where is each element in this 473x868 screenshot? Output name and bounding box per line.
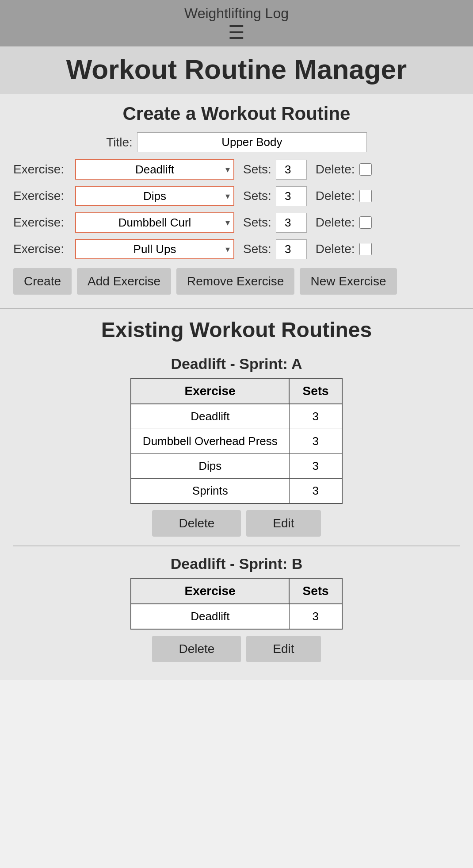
table-row: Deadlift 3 bbox=[131, 604, 342, 629]
routine-divider-1 bbox=[13, 545, 460, 546]
sets-cell: 3 bbox=[289, 429, 342, 454]
exercise-row-2: Exercise: Deadlift Dips Dumbbell Curl Pu… bbox=[13, 186, 460, 206]
edit-routine-button-2[interactable]: Edit bbox=[246, 636, 320, 662]
hamburger-icon[interactable]: ☰ bbox=[0, 23, 473, 42]
delete-label-3: Delete: bbox=[316, 215, 355, 230]
sets-cell: 3 bbox=[289, 454, 342, 479]
page-heading: Workout Routine Manager bbox=[0, 46, 473, 94]
routine-name-2: Deadlift - Sprint: B bbox=[13, 555, 460, 572]
existing-section-title: Existing Workout Routines bbox=[13, 318, 460, 342]
routine-name-1: Deadlift - Sprint: A bbox=[13, 355, 460, 373]
routine-card-2: Deadlift - Sprint: B Exercise Sets Deadl… bbox=[13, 555, 460, 662]
buttons-row: Create Add Exercise Remove Exercise New … bbox=[13, 268, 460, 295]
exercise-cell: Deadlift bbox=[131, 404, 289, 429]
edit-routine-button-1[interactable]: Edit bbox=[246, 510, 320, 537]
routine-card-1: Deadlift - Sprint: A Exercise Sets Deadl… bbox=[13, 355, 460, 537]
page-title: Workout Routine Manager bbox=[9, 54, 464, 84]
sets-input-2[interactable] bbox=[276, 186, 307, 206]
exercise-select-wrapper-2: Deadlift Dips Dumbbell Curl Pull Ups Dum… bbox=[75, 186, 234, 206]
exercise-select-2[interactable]: Deadlift Dips Dumbbell Curl Pull Ups Dum… bbox=[75, 186, 234, 206]
add-exercise-button[interactable]: Add Exercise bbox=[77, 268, 171, 295]
exercise-cell: Deadlift bbox=[131, 604, 289, 629]
title-label: Title: bbox=[106, 135, 133, 150]
sets-cell: 3 bbox=[289, 404, 342, 429]
sets-label-1: Sets: bbox=[243, 162, 271, 177]
sets-label-4: Sets: bbox=[243, 242, 271, 256]
delete-checkbox-2[interactable] bbox=[359, 190, 372, 202]
exercise-select-wrapper-1: Deadlift Dips Dumbbell Curl Pull Ups Dum… bbox=[75, 159, 234, 180]
sets-input-3[interactable] bbox=[276, 213, 307, 233]
remove-exercise-button[interactable]: Remove Exercise bbox=[176, 268, 294, 295]
existing-section: Existing Workout Routines Deadlift - Spr… bbox=[0, 309, 473, 680]
table-row: Sprints 3 bbox=[131, 479, 342, 504]
routine-actions-2: Delete Edit bbox=[13, 636, 460, 662]
create-button[interactable]: Create bbox=[13, 268, 72, 295]
exercise-label-1: Exercise: bbox=[13, 162, 71, 177]
exercise-select-3[interactable]: Deadlift Dips Dumbbell Curl Pull Ups Dum… bbox=[75, 212, 234, 233]
delete-label-1: Delete: bbox=[316, 162, 355, 177]
new-exercise-button[interactable]: New Exercise bbox=[300, 268, 397, 295]
delete-checkbox-1[interactable] bbox=[359, 163, 372, 176]
delete-checkbox-4[interactable] bbox=[359, 243, 372, 255]
table-row: Deadlift 3 bbox=[131, 404, 342, 429]
exercise-select-wrapper-3: Deadlift Dips Dumbbell Curl Pull Ups Dum… bbox=[75, 212, 234, 233]
sets-cell: 3 bbox=[289, 479, 342, 504]
exercise-label-2: Exercise: bbox=[13, 189, 71, 203]
exercise-select-wrapper-4: Deadlift Dips Dumbbell Curl Pull Ups Dum… bbox=[75, 239, 234, 259]
exercise-select-4[interactable]: Deadlift Dips Dumbbell Curl Pull Ups Dum… bbox=[75, 239, 234, 259]
delete-routine-button-2[interactable]: Delete bbox=[152, 636, 241, 662]
table-header-exercise-1: Exercise bbox=[131, 378, 289, 404]
sets-label-2: Sets: bbox=[243, 189, 271, 203]
exercise-label-3: Exercise: bbox=[13, 215, 71, 230]
exercise-cell: Sprints bbox=[131, 479, 289, 504]
table-row: Dips 3 bbox=[131, 454, 342, 479]
exercise-cell: Dips bbox=[131, 454, 289, 479]
table-row: Dumbbell Overhead Press 3 bbox=[131, 429, 342, 454]
create-section-title: Create a Workout Routine bbox=[13, 103, 460, 124]
exercise-label-4: Exercise: bbox=[13, 242, 71, 256]
sets-input-1[interactable] bbox=[276, 160, 307, 180]
exercise-cell: Dumbbell Overhead Press bbox=[131, 429, 289, 454]
table-header-sets-1: Sets bbox=[289, 378, 342, 404]
sets-label-3: Sets: bbox=[243, 215, 271, 230]
routine-table-1: Exercise Sets Deadlift 3 Dumbbell Overhe… bbox=[130, 378, 343, 504]
exercise-row-1: Exercise: Deadlift Dips Dumbbell Curl Pu… bbox=[13, 159, 460, 180]
app-header: Weightlifting Log ☰ bbox=[0, 0, 473, 46]
app-title: Weightlifting Log bbox=[0, 5, 473, 22]
sets-input-4[interactable] bbox=[276, 239, 307, 259]
title-row: Title: bbox=[13, 132, 460, 152]
delete-routine-button-1[interactable]: Delete bbox=[152, 510, 241, 537]
delete-label-2: Delete: bbox=[316, 189, 355, 203]
table-header-exercise-2: Exercise bbox=[131, 578, 289, 604]
exercise-row-4: Exercise: Deadlift Dips Dumbbell Curl Pu… bbox=[13, 239, 460, 259]
delete-label-4: Delete: bbox=[316, 242, 355, 256]
routine-table-2: Exercise Sets Deadlift 3 bbox=[130, 578, 343, 630]
delete-checkbox-3[interactable] bbox=[359, 216, 372, 229]
exercise-select-1[interactable]: Deadlift Dips Dumbbell Curl Pull Ups Dum… bbox=[75, 159, 234, 180]
routine-title-input[interactable] bbox=[137, 132, 367, 152]
exercise-row-3: Exercise: Deadlift Dips Dumbbell Curl Pu… bbox=[13, 212, 460, 233]
sets-cell: 3 bbox=[289, 604, 342, 629]
routine-actions-1: Delete Edit bbox=[13, 510, 460, 537]
table-header-sets-2: Sets bbox=[289, 578, 342, 604]
create-section: Create a Workout Routine Title: Exercise… bbox=[0, 94, 473, 308]
